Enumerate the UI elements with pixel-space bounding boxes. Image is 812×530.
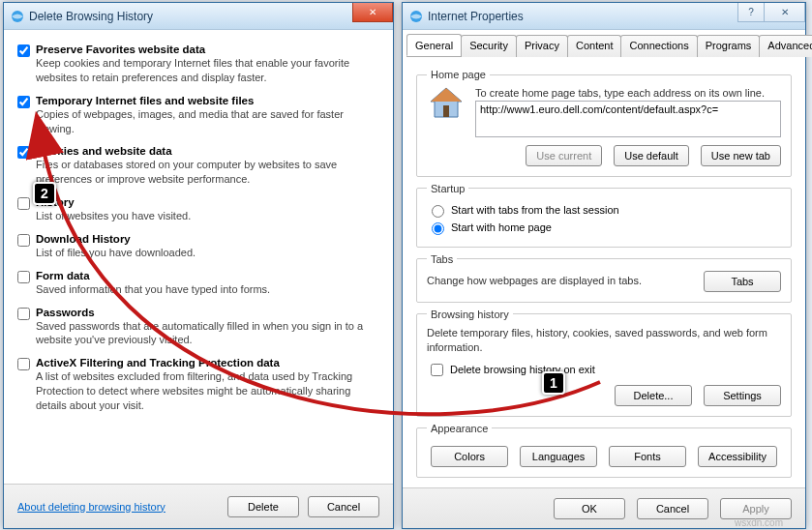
tab-programs[interactable]: Programs (697, 35, 761, 57)
option-desc: Keep cookies and temporary Internet file… (36, 56, 379, 85)
homepage-hint: To create home page tabs, type each addr… (475, 86, 781, 101)
tab-content[interactable]: Content (567, 35, 622, 57)
delete-option-4[interactable]: Download HistoryList of files you have d… (17, 233, 379, 260)
checkbox[interactable] (17, 146, 30, 159)
annotation-step-1: 1 (542, 371, 565, 395)
checkbox[interactable] (17, 358, 30, 370)
option-label: Passwords (36, 307, 379, 318)
help-button[interactable]: ? (737, 3, 765, 22)
titlebar[interactable]: Delete Browsing History ✕ (4, 3, 393, 30)
dialog-footer: About deleting browsing history Delete C… (4, 484, 393, 528)
browsing-history-group: Browsing history Delete temporary files,… (416, 309, 792, 417)
history-legend: Browsing history (427, 309, 513, 320)
checkbox[interactable] (17, 44, 30, 57)
history-settings-button[interactable]: Settings (704, 385, 781, 406)
tab-strip: GeneralSecurityPrivacyContentConnections… (406, 34, 801, 57)
home-icon (427, 86, 466, 121)
ok-button[interactable]: OK (554, 498, 625, 519)
option-label: ActiveX Filtering and Tracking Protectio… (36, 357, 379, 368)
appearance-group: Appearance Colors Languages Fonts Access… (416, 423, 792, 478)
homepage-url-input[interactable] (475, 101, 781, 137)
close-button[interactable]: ✕ (765, 3, 805, 22)
option-label: Cookies and website data (36, 145, 379, 157)
checkbox[interactable] (17, 96, 30, 108)
delete-option-0[interactable]: Preserve Favorites website dataKeep cook… (17, 44, 379, 85)
appearance-legend: Appearance (427, 423, 492, 434)
option-label: History (36, 196, 196, 208)
startup-legend: Startup (427, 183, 468, 194)
option-label: Preserve Favorites website data (36, 44, 379, 55)
startup-home-page[interactable]: Start with home page (427, 220, 781, 235)
delete-option-3[interactable]: HistoryList of websites you have visited… (17, 196, 379, 223)
startup-last-session[interactable]: Start with tabs from the last session (427, 202, 781, 218)
checkbox[interactable] (17, 234, 30, 247)
svg-marker-4 (431, 88, 462, 102)
delete-option-1[interactable]: Temporary Internet files and website fil… (17, 95, 379, 136)
option-desc: A list of websites excluded from filteri… (36, 369, 379, 413)
option-label: Form data (36, 270, 276, 281)
tabs-desc: Change how webpages are displayed in tab… (427, 274, 642, 288)
option-desc: Saved passwords that are automatically f… (36, 319, 379, 348)
use-new-tab-button[interactable]: Use new tab (701, 145, 781, 166)
delete-option-5[interactable]: Form dataSaved information that you have… (17, 270, 379, 297)
internet-properties-dialog: Internet Properties ? ✕ GeneralSecurityP… (402, 2, 806, 529)
ie-icon (408, 9, 424, 24)
tab-privacy[interactable]: Privacy (516, 35, 568, 57)
history-desc: Delete temporary files, history, cookies… (427, 326, 781, 355)
use-current-button[interactable]: Use current (526, 145, 602, 166)
accessibility-button[interactable]: Accessibility (698, 446, 777, 467)
tabs-group: Tabs Change how webpages are displayed i… (416, 253, 792, 303)
titlebar[interactable]: Internet Properties ? ✕ (403, 3, 805, 30)
fonts-button[interactable]: Fonts (609, 446, 686, 467)
ie-icon (10, 9, 25, 24)
close-button[interactable]: ✕ (352, 3, 393, 22)
tab-general[interactable]: General (406, 34, 462, 56)
apply-button[interactable]: Apply (720, 498, 792, 519)
homepage-group: Home page To create home page tabs, type… (416, 69, 792, 177)
cancel-button[interactable]: Cancel (308, 496, 379, 517)
option-desc: List of websites you have visited. (36, 209, 196, 223)
checkbox[interactable] (17, 197, 30, 210)
history-delete-button[interactable]: Delete... (615, 385, 692, 406)
colors-button[interactable]: Colors (431, 446, 508, 467)
languages-button[interactable]: Languages (520, 446, 597, 467)
delete-option-2[interactable]: Cookies and website dataFiles or databas… (17, 145, 379, 187)
tab-security[interactable]: Security (461, 35, 517, 57)
annotation-step-2: 2 (33, 182, 56, 205)
option-desc: Saved information that you have typed in… (36, 282, 276, 297)
delete-on-exit-checkbox[interactable]: Delete browsing history on exit (427, 361, 781, 379)
tabs-button[interactable]: Tabs (704, 271, 781, 292)
option-desc: Files or databases stored on your comput… (36, 158, 379, 187)
tab-advanced[interactable]: Advanced (759, 35, 812, 57)
checkbox[interactable] (17, 308, 30, 320)
dialog-title: Delete Browsing History (29, 10, 153, 23)
option-label: Download History (36, 233, 201, 245)
watermark: wsxdn.com (735, 517, 783, 528)
delete-browsing-history-dialog: Delete Browsing History ✕ Preserve Favor… (3, 2, 394, 529)
homepage-legend: Home page (427, 69, 490, 80)
dialog-title: Internet Properties (428, 10, 524, 23)
tabs-legend: Tabs (427, 253, 457, 265)
option-label: Temporary Internet files and website fil… (36, 95, 379, 106)
cancel-button[interactable]: Cancel (637, 498, 708, 519)
option-desc: List of files you have downloaded. (36, 246, 201, 260)
startup-group: Startup Start with tabs from the last se… (416, 183, 792, 248)
use-default-button[interactable]: Use default (614, 145, 689, 166)
checkbox[interactable] (17, 271, 30, 283)
delete-option-7[interactable]: ActiveX Filtering and Tracking Protectio… (17, 357, 379, 413)
about-link[interactable]: About deleting browsing history (17, 501, 165, 513)
tab-connections[interactable]: Connections (620, 35, 697, 57)
svg-rect-3 (443, 105, 449, 117)
delete-button[interactable]: Delete (227, 496, 299, 517)
delete-option-6[interactable]: PasswordsSaved passwords that are automa… (17, 307, 379, 348)
option-desc: Copies of webpages, images, and media th… (36, 107, 379, 136)
